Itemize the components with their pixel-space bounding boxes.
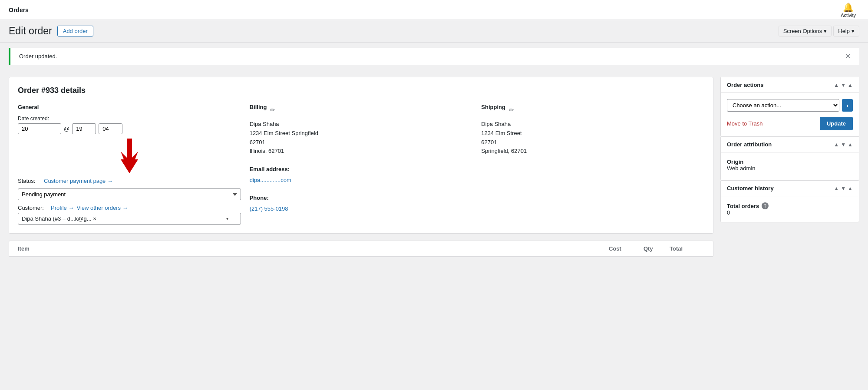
shipping-address1: 1234 Elm Street [481,129,704,138]
top-bar-right: 🔔 Activity [837,0,859,20]
billing-section: Billing ✏ Dipa Shaha 1234 Elm Street Spr… [250,104,473,225]
action-select[interactable]: Choose an action... [727,99,839,112]
billing-title: Billing [250,104,267,110]
collapse-down-icon[interactable]: ▼ [841,82,846,88]
origin-value: Web admin [727,165,853,172]
action-go-button[interactable]: › [842,99,853,112]
attribution-down-icon[interactable]: ▼ [841,142,846,148]
move-to-trash-link[interactable]: Move to Trash [727,120,762,127]
general-title: General [18,104,241,110]
order-actions-body: Choose an action... › Move to Trash Upda… [721,93,859,136]
shipping-title: Shipping [481,104,505,110]
email-link[interactable]: dipa.............com [250,177,291,183]
history-down-icon[interactable]: ▼ [841,185,846,192]
at-label: @ [64,126,69,132]
history-up-icon[interactable]: ▲ [834,185,839,192]
billing-address1: 1234 Elm Street Springfield [250,129,473,138]
notice-text: Order updated. [19,53,57,59]
customer-history-title: Customer history [727,185,774,192]
page-header-left: Edit order Add order [9,25,93,37]
page-header-right: Screen Options ▾ Help ▾ [779,26,859,36]
status-select[interactable]: Pending payment Processing On hold Compl… [18,188,241,200]
shipping-details: Dipa Shaha 1234 Elm Street 62701 Springf… [481,120,704,156]
red-arrow-icon [116,139,142,173]
status-select-row: Pending payment Processing On hold Compl… [18,188,241,200]
total-orders-label: Total orders [727,203,759,209]
origin-label: Origin [727,159,853,165]
order-details-box: Order #933 details General Date created:… [9,77,713,234]
date-time-inputs: @ [18,123,241,134]
activity-icon: 🔔 [843,2,854,13]
billing-header: Billing ✏ [250,104,473,116]
general-section: General Date created: @ [18,104,241,225]
billing-edit-icon[interactable]: ✏ [270,106,275,113]
customer-label: Customer: [18,205,48,211]
activity-button[interactable]: 🔔 Activity [837,0,859,20]
chevron-down-icon: ▾ [851,28,855,34]
order-attribution-panel: Order attribution ▲ ▼ ▲ Origin Web admin [720,136,859,180]
customer-payment-link[interactable]: Customer payment page → [44,178,113,184]
attribution-up-icon[interactable]: ▲ [834,142,839,148]
history-panel-controls: ▲ ▼ ▲ [834,185,853,192]
help-button[interactable]: Help ▾ [833,26,859,36]
order-actions-panel: Order actions ▲ ▼ ▲ Choose an action... … [720,77,859,136]
item-col-header: Item [18,245,609,252]
chevron-down-icon: ▾ [824,28,827,34]
customer-select[interactable]: Dipa Shaha (#3 – d...k@g... × ▾ [18,213,241,225]
phone-label: Phone: [250,194,473,203]
hour-input[interactable] [72,123,96,134]
svg-marker-2 [121,159,138,173]
total-col-header: Total [670,245,704,252]
action-row: Choose an action... › [727,99,853,112]
order-attribution-body: Origin Web admin [721,152,859,180]
shipping-section: Shipping ✏ Dipa Shaha 1234 Elm Street 62… [481,104,704,225]
update-button[interactable]: Update [820,117,853,130]
status-row: Status: Customer payment page → [18,178,241,184]
shipping-edit-icon[interactable]: ✏ [509,106,514,113]
notice-bar: Order updated. ✕ [9,48,859,65]
phone-link[interactable]: (217) 555-0198 [250,205,288,212]
date-row: Date created: @ [18,116,241,173]
total-orders-row: Total orders ? [727,202,853,209]
view-orders-link[interactable]: View other orders → [76,205,128,211]
top-bar: Orders 🔔 Activity [0,0,868,20]
customer-row: Customer: Profile → View other orders → [18,205,241,211]
top-bar-title: Orders [9,7,29,13]
cost-col-header: Cost [609,245,644,252]
collapse-up-icon[interactable]: ▲ [834,82,839,88]
billing-details: Dipa Shaha 1234 Elm Street Springfield 6… [250,120,473,214]
attribution-panel-controls: ▲ ▼ ▲ [834,142,853,148]
profile-link[interactable]: Profile → [51,205,74,211]
status-label: Status: [18,178,40,184]
qty-col-header: Qty [644,245,670,252]
actions-footer: Move to Trash Update [727,117,853,130]
sidebar: Order actions ▲ ▼ ▲ Choose an action... … [720,77,859,222]
help-icon[interactable]: ? [762,202,769,209]
items-table-header: Item Cost Qty Total [9,241,713,257]
order-attribution-title: Order attribution [727,141,772,148]
email-label: Email address: [250,165,473,174]
content-area: Order #933 details General Date created:… [9,77,713,257]
page-header: Edit order Add order Screen Options ▾ He… [0,20,868,43]
screen-options-button[interactable]: Screen Options ▾ [779,26,832,36]
order-actions-header[interactable]: Order actions ▲ ▼ ▲ [721,77,859,93]
attribution-collapse-icon[interactable]: ▲ [848,142,853,148]
notice-close-button[interactable]: ✕ [845,52,851,60]
collapse-icon[interactable]: ▲ [848,82,853,88]
minute-input[interactable] [99,123,122,134]
shipping-address2: 62701 [481,138,704,147]
date-label: Date created: [18,116,241,122]
total-orders-value: 0 [727,209,853,216]
shipping-name: Dipa Shaha [481,120,704,129]
main-layout: Order #933 details General Date created:… [0,70,868,264]
customer-history-header[interactable]: Customer history ▲ ▼ ▲ [721,181,859,196]
panel-controls: ▲ ▼ ▲ [834,82,853,88]
billing-address2: 62701 [250,138,473,147]
activity-label: Activity [841,13,856,18]
attribution-origin-row: Origin Web admin [727,159,853,172]
date-input[interactable] [18,123,61,134]
order-attribution-header[interactable]: Order attribution ▲ ▼ ▲ [721,137,859,152]
billing-state: Illinois, 62701 [250,147,473,156]
add-order-button[interactable]: Add order [57,26,93,36]
history-collapse-icon[interactable]: ▲ [848,185,853,192]
